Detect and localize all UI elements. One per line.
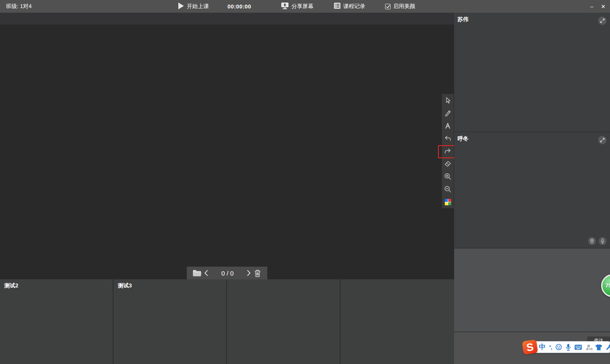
whiteboard-header-strip — [0, 13, 454, 25]
open-file-button[interactable] — [192, 269, 202, 277]
zoom-in-tool-button[interactable] — [442, 170, 454, 183]
bottom-video-row: 测试2 测试3 — [0, 279, 454, 364]
start-class-label: 开始上课 — [187, 3, 209, 10]
ime-voice-button[interactable] — [566, 344, 571, 351]
student-name: 测试2 — [4, 282, 18, 290]
beauty-toggle[interactable]: 启用美颜 — [385, 0, 415, 13]
undo-button[interactable] — [442, 132, 454, 145]
page-navigator: 0 / 0 — [187, 267, 267, 279]
whiteboard-toolbar — [442, 94, 454, 208]
text-tool-button[interactable] — [442, 119, 454, 132]
ime-skin-button[interactable] — [595, 344, 602, 350]
expand-video-button[interactable] — [598, 17, 607, 25]
ime-logo-icon[interactable]: S — [522, 339, 538, 355]
expand-video-button[interactable] — [598, 136, 607, 144]
empty-video-panel — [227, 279, 341, 364]
ball-value: 75 — [605, 282, 610, 289]
page-indicator: 0 / 0 — [211, 270, 244, 277]
minimize-button[interactable]: – — [588, 0, 596, 13]
ime-keyboard-button[interactable] — [574, 345, 582, 350]
student-name: 呼冬 — [458, 135, 469, 143]
share-screen-label: 分享屏幕 — [291, 3, 313, 10]
share-screen-button[interactable]: 分享屏幕 — [281, 0, 313, 13]
share-screen-icon — [281, 2, 289, 11]
delete-page-button[interactable] — [253, 269, 262, 277]
beauty-label: 启用美颜 — [393, 3, 415, 10]
ime-toolbar: S 中 °, — [532, 341, 610, 353]
classroom-app: 班级: 1对4 开始上课 00:00:00 分享屏幕 — [0, 0, 610, 364]
play-icon — [178, 2, 184, 11]
eraser-tool-button[interactable] — [442, 157, 454, 170]
color-palette-icon — [445, 199, 451, 205]
color-palette-button[interactable] — [442, 196, 454, 208]
title-bar: 班级: 1对4 开始上课 00:00:00 分享屏幕 — [0, 0, 610, 13]
ime-settings-button[interactable] — [606, 344, 610, 350]
microphone-toggle-button[interactable] — [599, 237, 607, 245]
course-record-icon — [334, 3, 341, 10]
student-name: 苏伟 — [458, 16, 469, 23]
whiteboard-canvas[interactable]: 0 / 0 — [0, 13, 454, 279]
pen-tool-button[interactable] — [442, 107, 454, 119]
webcam-toggle-button[interactable] — [588, 237, 596, 245]
course-record-button[interactable]: 课程记录 — [334, 0, 365, 13]
close-button[interactable]: ✕ — [599, 0, 608, 13]
student-video-panel: 测试2 — [0, 279, 114, 364]
ime-account-badge: 15 — [588, 347, 593, 351]
empty-video-panel — [341, 279, 454, 364]
select-tool-button[interactable] — [442, 94, 454, 107]
student-video-panel: 测试3 — [114, 279, 227, 364]
ime-account-button[interactable]: 15 — [585, 344, 592, 350]
ime-emoji-button[interactable] — [555, 344, 562, 350]
ime-punctuation-button[interactable]: °, — [549, 344, 552, 350]
empty-video-panel — [454, 248, 610, 331]
beauty-checkbox-icon — [385, 4, 391, 9]
start-class-button[interactable]: 开始上课 — [178, 0, 209, 13]
student-video-panel: 苏伟 — [454, 13, 610, 132]
student-name: 测试3 — [118, 282, 132, 290]
ime-language-mode-button[interactable]: 中 — [539, 343, 546, 352]
student-video-panel: 呼冬 — [454, 132, 610, 248]
zoom-out-tool-button[interactable] — [442, 183, 454, 196]
video-sidebar: 苏伟 呼冬 — [454, 13, 610, 364]
prev-page-button[interactable] — [202, 269, 211, 277]
class-timer: 00:00:00 — [227, 0, 251, 13]
redo-button[interactable] — [442, 145, 454, 157]
course-record-label: 课程记录 — [343, 3, 365, 10]
next-page-button[interactable] — [244, 269, 253, 277]
class-label: 班级: 1对4 — [6, 0, 32, 13]
